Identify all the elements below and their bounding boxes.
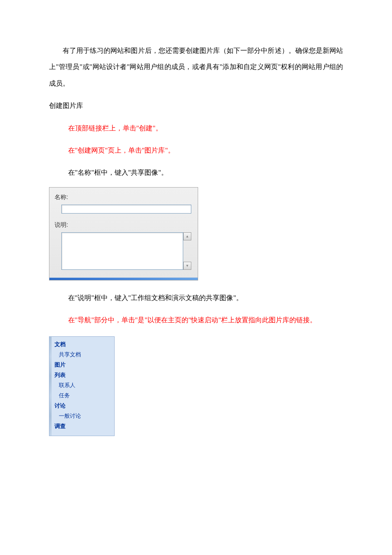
nav-category-discussion[interactable]: 讨论 <box>49 401 114 411</box>
nav-category-lists[interactable]: 列表 <box>49 370 114 380</box>
name-input[interactable] <box>61 205 191 214</box>
description-textarea[interactable] <box>61 232 183 270</box>
name-label: 名称: <box>55 194 193 201</box>
step-4: 在"说明"框中，键入"工作组文档和演示文稿的共享图像"。 <box>49 290 343 306</box>
nav-item-contacts[interactable]: 联系人 <box>49 380 114 390</box>
nav-category-documents[interactable]: 文档 <box>49 339 114 350</box>
step-5: 在"导航"部分中，单击"是"以便在主页的"快速启动"栏上放置指向此图片库的链接。 <box>49 312 343 328</box>
scrollbar: ▲ ▼ <box>183 232 191 270</box>
section-heading: 创建图片库 <box>49 98 343 114</box>
intro-paragraph: 有了用于练习的网站和图片后，您还需要创建图片库（如下一部分中所述）。确保您是新网… <box>49 43 343 92</box>
nav-category-pictures[interactable]: 图片 <box>49 360 114 370</box>
step-1: 在顶部链接栏上，单击"创建"。 <box>49 120 343 136</box>
scroll-up-button[interactable]: ▲ <box>183 232 191 240</box>
scroll-down-button[interactable]: ▼ <box>183 262 191 270</box>
form-panel: 名称: 说明: ▲ ▼ <box>49 187 198 280</box>
nav-category-survey[interactable]: 调查 <box>49 421 114 431</box>
nav-item-general-discussion[interactable]: 一般讨论 <box>49 411 114 421</box>
form-footer-bar <box>49 278 198 280</box>
step-3: 在"名称"框中，键入"共享图像"。 <box>49 165 343 181</box>
nav-item-tasks[interactable]: 任务 <box>49 390 114 401</box>
step-2: 在"创建网页"页上，单击"图片库"。 <box>49 142 343 159</box>
quick-launch-nav: 文档 共享文档 图片 列表 联系人 任务 讨论 一般讨论 调查 <box>49 336 115 436</box>
nav-item-shared-docs[interactable]: 共享文档 <box>49 350 114 360</box>
description-label: 说明: <box>55 221 193 229</box>
